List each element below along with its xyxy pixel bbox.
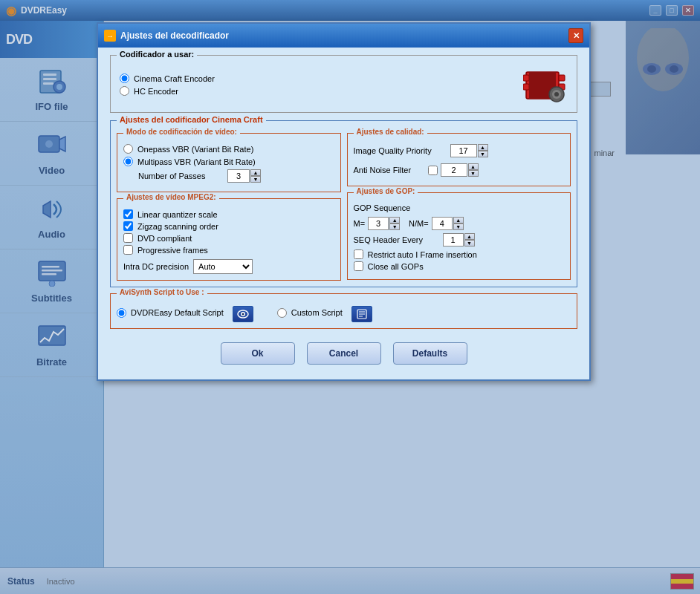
seq-header-down[interactable]: ▼ [464, 240, 475, 247]
linear-quantizer-check[interactable] [123, 209, 133, 219]
zigzag-check[interactable] [123, 221, 133, 231]
encoder-radio-options: Cinema Craft Encoder HC Encoder [120, 74, 516, 99]
progressive-label: Progressive frames [137, 246, 208, 255]
cinema-craft-section: Ajustes del codificador Cinema Craft Mod… [110, 120, 577, 287]
seq-header-up[interactable]: ▲ [464, 233, 475, 240]
m-up[interactable]: ▲ [389, 217, 400, 223]
video-mode-title: Modo de codificación de vídeo: [123, 128, 240, 136]
image-quality-label: Image Quality Priority [354, 146, 450, 155]
restrict-auto-row: Restrict auto I Frame insertion [354, 249, 565, 259]
anti-noise-check[interactable] [428, 166, 438, 175]
quality-group: Ajustes de calidad: Image Quality Priori… [347, 133, 571, 186]
seq-header-input[interactable]: 1 [443, 233, 464, 247]
defaults-button[interactable]: Defaults [393, 342, 467, 365]
dialog-body: Codificador a usar: Cinema Craft Encoder… [98, 48, 589, 379]
progressive-check[interactable] [123, 245, 133, 255]
eye-icon-button[interactable] [233, 306, 253, 322]
avisynth-content: DVDREasy Default Script Custom Script [117, 306, 571, 322]
hc-encoder-radio-row: HC Encoder [120, 86, 516, 96]
dialog-ajustes: → Ajustes del decodificador ✕ Codificado… [97, 22, 591, 381]
seq-header-spinner-buttons: ▲ ▼ [464, 233, 475, 247]
svg-point-28 [554, 92, 559, 97]
anti-noise-down[interactable]: ▼ [468, 170, 479, 177]
onepass-label: Onepass VBR (Variant Bit Rate) [137, 145, 253, 154]
passes-row: Number of Passes 3 ▲ ▼ [123, 169, 334, 183]
m-spinner: 3 ▲ ▼ [368, 217, 400, 230]
zigzag-label: Zigzag scanning order [137, 222, 218, 231]
close-gops-row: Close all GOPs [354, 261, 565, 271]
linear-quantizer-label: Linear quantizer scale [137, 210, 218, 219]
onepass-radio[interactable] [123, 144, 133, 154]
progressive-row: Progressive frames [123, 245, 334, 255]
image-quality-up[interactable]: ▲ [478, 144, 488, 151]
nm-up[interactable]: ▲ [453, 217, 464, 223]
default-script-row: DVDREasy Default Script [117, 308, 224, 318]
anti-noise-input[interactable]: 2 [441, 163, 467, 177]
multipass-radio[interactable] [123, 157, 133, 166]
image-quality-spinner-buttons: ▲ ▼ [478, 144, 488, 157]
nm-spinner: 4 ▲ ▼ [432, 217, 464, 230]
linear-quantizer-row: Linear quantizer scale [123, 209, 334, 219]
m-input[interactable]: 3 [368, 217, 389, 230]
anti-noise-spinner-buttons: ▲ ▼ [468, 163, 479, 177]
encoder-group: Codificador a usar: Cinema Craft Encoder… [110, 55, 577, 113]
gop-group: Ajustes de GOP: GOP Sequence M= 3 ▲ ▼ [347, 192, 571, 280]
svg-rect-23 [559, 75, 565, 81]
dialog-title: Ajustes del decodificador [120, 30, 229, 41]
dialog-title-icon: → [104, 30, 116, 42]
hc-encoder-radio[interactable] [120, 86, 129, 96]
svg-rect-22 [523, 84, 529, 90]
gop-title: Ajustes de GOP: [354, 187, 418, 195]
gop-sequence-label: GOP Sequence [354, 203, 565, 212]
restrict-auto-label: Restrict auto I Frame insertion [368, 250, 477, 259]
dialog-titlebar: → Ajustes del decodificador ✕ [98, 24, 589, 48]
default-script-label: DVDREasy Default Script [131, 308, 224, 317]
restrict-auto-check[interactable] [354, 249, 363, 259]
passes-spinner: 3 ▲ ▼ [227, 169, 261, 183]
nm-spinner-buttons: ▲ ▼ [453, 217, 464, 230]
quality-title: Ajustes de calidad: [354, 128, 427, 136]
encoder-group-title: Codificador a usar: [117, 50, 197, 59]
nm-down[interactable]: ▼ [453, 223, 464, 230]
close-gops-label: Close all GOPs [368, 262, 424, 271]
intra-dc-select[interactable]: Auto 8 bits 9 bits 10 bits 11 bits [193, 259, 253, 274]
anti-noise-up[interactable]: ▲ [468, 163, 479, 170]
script-icon-button[interactable] [351, 306, 372, 322]
seq-header-label: SEQ Header Every [354, 235, 443, 244]
close-gops-check[interactable] [354, 261, 363, 271]
passes-input[interactable]: 3 [227, 169, 250, 183]
seq-header-row: SEQ Header Every 1 ▲ ▼ [354, 233, 565, 247]
m-down[interactable]: ▼ [389, 223, 400, 230]
dialog-close-button[interactable]: ✕ [568, 28, 583, 43]
avisynth-group: AviSynth Script to Use : DVDREasy Defaul… [110, 293, 577, 329]
custom-script-row: Custom Script [277, 308, 343, 318]
ok-button[interactable]: Ok [221, 342, 295, 365]
default-script-radio[interactable] [117, 308, 126, 318]
anti-noise-spinner: 2 ▲ ▼ [441, 163, 479, 177]
gop-content: GOP Sequence M= 3 ▲ ▼ N [354, 203, 565, 271]
passes-spinner-buttons: ▲ ▼ [250, 169, 261, 183]
cinema-craft-label: Cinema Craft Encoder [134, 74, 215, 83]
encoder-icon [523, 66, 568, 106]
intra-dc-label: Intra DC precision [123, 262, 189, 271]
cinema-craft-radio[interactable] [120, 74, 129, 83]
anti-noise-label: Anti Noise Filter [354, 166, 428, 174]
custom-script-radio[interactable] [277, 308, 287, 318]
image-quality-down[interactable]: ▼ [478, 151, 488, 157]
video-mode-content: Onepass VBR (Variant Bit Rate) Multipass… [123, 144, 334, 183]
cinema-craft-radio-row: Cinema Craft Encoder [120, 74, 516, 83]
anti-noise-row: Anti Noise Filter 2 ▲ ▼ [354, 163, 565, 177]
zigzag-row: Zigzag scanning order [123, 221, 334, 231]
multipass-radio-row: Multipass VBR (Variant Bit Rate) [123, 157, 334, 166]
right-column: Ajustes de calidad: Image Quality Priori… [347, 133, 571, 281]
svg-point-31 [242, 313, 244, 316]
image-quality-row: Image Quality Priority 17 ▲ ▼ [354, 144, 565, 157]
cancel-button[interactable]: Cancel [307, 342, 381, 365]
passes-up-button[interactable]: ▲ [250, 169, 261, 176]
dialog-buttons: Ok Cancel Defaults [106, 335, 582, 372]
image-quality-input[interactable]: 17 [450, 144, 477, 157]
cc-section-content: Modo de codificación de vídeo: Onepass V… [117, 133, 571, 281]
dvd-compliant-check[interactable] [123, 233, 133, 243]
nm-input[interactable]: 4 [432, 217, 453, 230]
passes-down-button[interactable]: ▼ [250, 176, 261, 183]
